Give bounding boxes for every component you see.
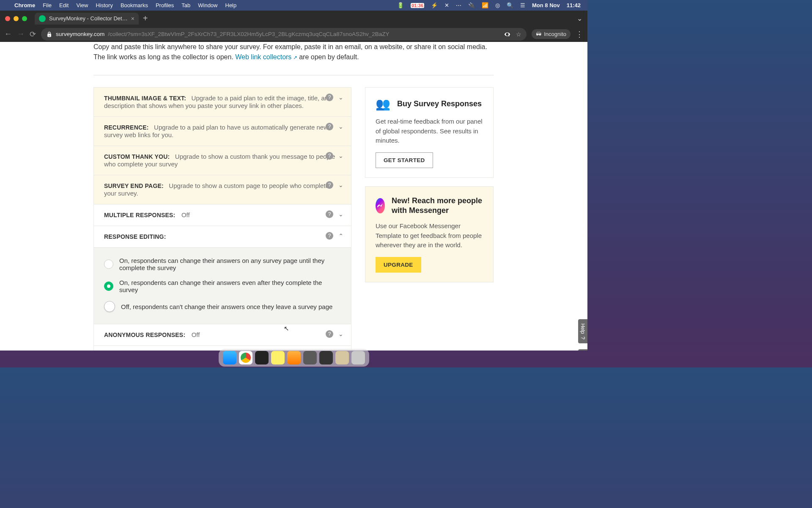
chevron-down-icon[interactable]: ⌄ [338,182,343,188]
help-icon[interactable]: ? [326,210,333,218]
window-close-button[interactable] [5,16,10,21]
tabs-overflow-icon[interactable]: ⌄ [577,14,582,22]
radio-option-on-after-complete[interactable]: On, respondents can change their answers… [104,279,341,293]
eye-off-icon[interactable]: 👁‍🗨 [504,31,511,38]
menu-profiles[interactable]: Profiles [156,2,174,8]
radio-icon[interactable] [104,301,115,312]
help-icon[interactable]: ? [326,181,333,189]
macos-menubar: Chrome File Edit View History Bookmarks … [0,0,587,11]
new-tab-button[interactable]: + [143,14,148,23]
status-icon-3[interactable]: ⋯ [456,2,461,8]
nav-reload-button[interactable]: ⟳ [30,30,36,39]
radio-icon[interactable] [104,260,113,269]
nav-forward-button: → [17,30,25,39]
settings-panel: THUMBNAIL IMAGE & TEXT: Upgrade to a pai… [93,87,351,351]
lock-icon[interactable] [46,31,52,37]
menu-tab[interactable]: Tab [181,2,190,8]
incognito-icon: 🕶 [536,31,541,37]
wifi-icon[interactable]: 📶 [482,2,488,8]
radio-option-on-until-complete[interactable]: On, respondents can change their answers… [104,257,341,271]
setting-status: Off [192,331,200,338]
card-title: New! Reach more people with Messenger [392,196,483,216]
upgrade-button[interactable]: UPGRADE [376,257,421,273]
feedback-side-tab[interactable]: Feedback [578,349,587,351]
menu-edit[interactable]: Edit [59,2,69,8]
help-question-icon: ? [580,337,586,340]
setting-thumbnail[interactable]: THUMBNAIL IMAGE & TEXT: Upgrade to a pai… [94,88,351,117]
dock-notes-icon[interactable] [271,351,285,364]
dock-chrome-icon[interactable] [239,351,252,364]
star-icon[interactable]: ☆ [516,31,521,38]
nav-back-button[interactable]: ← [4,30,12,39]
battery-time: 01:36 [411,3,424,8]
power-icon[interactable]: 🔌 [468,2,475,8]
menubar-app-name[interactable]: Chrome [14,2,35,8]
messenger-icon [376,198,385,213]
sync-icon[interactable]: ◎ [495,2,500,8]
mouse-cursor-icon: ↖ [284,325,289,332]
radio-label: Off, respondents can't change their answ… [121,303,332,310]
setting-recurrence[interactable]: RECURRENCE: Upgrade to a paid plan to ha… [94,117,351,146]
setting-custom-thank-you[interactable]: CUSTOM THANK YOU: Upgrade to show a cust… [94,146,351,175]
help-icon[interactable]: ? [326,330,333,338]
dock-tool-icon[interactable] [303,351,317,364]
incognito-label: Incognito [544,31,566,37]
dock-vr-icon[interactable] [319,351,333,364]
radio-label: On, respondents can change their answers… [119,279,341,293]
response-editing-options: On, respondents can change their answers… [94,248,351,324]
menu-file[interactable]: File [43,2,52,8]
spotlight-icon[interactable]: 🔍 [507,2,513,8]
chevron-down-icon[interactable]: ⌄ [338,152,343,159]
help-icon[interactable]: ? [326,152,333,160]
battery-icon[interactable]: 🔋 [397,2,404,8]
menubar-date[interactable]: Mon 8 Nov [532,2,560,8]
menu-window[interactable]: Window [198,2,217,8]
help-icon[interactable]: ? [326,232,333,240]
control-center-icon[interactable]: ☰ [520,2,525,8]
chevron-down-icon[interactable]: ⌄ [338,331,343,337]
dock-app-icon[interactable] [287,351,301,364]
page-content: Copy and paste this link anywhere to sha… [0,42,587,351]
help-tab-label: Help [580,323,586,334]
setting-title: RECURRENCE: [104,124,149,131]
get-started-button[interactable]: GET STARTED [376,152,433,168]
radio-label: On, respondents can change their answers… [119,257,341,271]
help-icon[interactable]: ? [326,94,333,101]
web-link-collectors-link[interactable]: Web link collectors [235,53,297,61]
status-icon-1[interactable]: ⚡ [431,2,438,8]
dock-terminal-icon[interactable] [255,351,269,364]
intro-text: Copy and paste this link anywhere to sha… [93,42,494,62]
help-icon[interactable]: ? [326,123,333,130]
incognito-badge[interactable]: 🕶 Incognito [532,29,571,39]
browser-menu-button[interactable]: ⋮ [576,30,583,39]
menu-bookmarks[interactable]: Bookmarks [121,2,148,8]
window-maximize-button[interactable] [22,16,27,21]
browser-tab[interactable]: SurveyMonkey - Collector Det… × [35,13,139,25]
radio-checked-icon[interactable] [104,282,113,291]
setting-title: MULTIPLE RESPONSES: [104,212,175,218]
chevron-down-icon[interactable]: ⌄ [338,211,343,218]
menu-help[interactable]: Help [225,2,237,8]
menu-history[interactable]: History [96,2,112,8]
setting-title: SURVEY END PAGE: [104,182,164,189]
window-minimize-button[interactable] [14,16,19,21]
chevron-down-icon[interactable]: ⌄ [338,94,343,101]
radio-option-off[interactable]: Off, respondents can't change their answ… [104,301,341,312]
macos-dock [219,349,369,367]
address-bar[interactable]: surveymonkey.com/collect/?sm=3sXF_2BtwVI… [41,28,527,41]
dock-package-icon[interactable] [335,351,349,364]
menubar-time[interactable]: 11:42 [567,2,581,8]
menu-view[interactable]: View [76,2,88,8]
help-side-tab[interactable]: Help ? [578,319,587,343]
chevron-down-icon[interactable]: ⌄ [338,123,343,130]
setting-survey-end-page[interactable]: SURVEY END PAGE: Upgrade to show a custo… [94,175,351,204]
buy-responses-card: 👥 Buy Survey Responses Get real-time fee… [365,87,494,178]
status-icon-2[interactable]: ✕ [444,2,449,8]
dock-finder-icon[interactable] [223,351,236,364]
dock-trash-icon[interactable] [351,351,365,364]
setting-response-editing[interactable]: RESPONSE EDITING: ? ⌄ [94,226,351,248]
chevron-up-icon[interactable]: ⌄ [338,232,343,239]
setting-multiple-responses[interactable]: MULTIPLE RESPONSES: Off ? ⌄ [94,204,351,226]
setting-anonymous-responses[interactable]: ANONYMOUS RESPONSES: Off ? ⌄ [94,324,351,346]
tab-close-icon[interactable]: × [131,15,134,22]
